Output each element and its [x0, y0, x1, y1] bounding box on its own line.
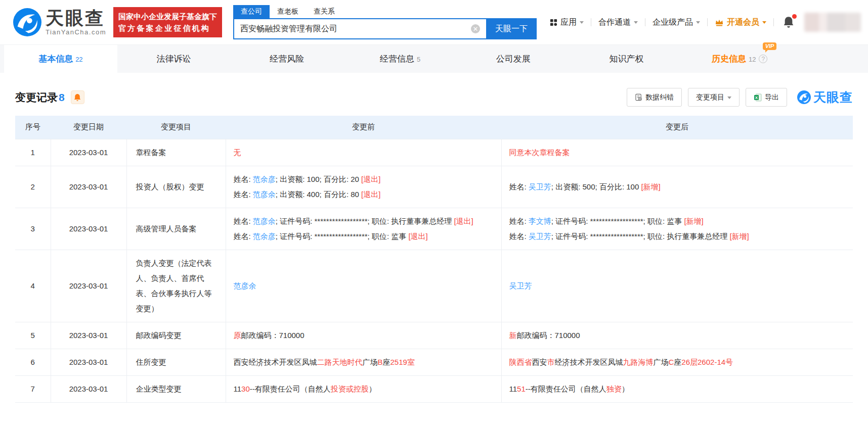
person-link[interactable]: 吴卫芳 — [529, 232, 551, 240]
cell-seq: 6 — [15, 349, 51, 375]
cell-change-item: 住所变更 — [126, 349, 226, 375]
chevron-down-icon — [762, 21, 766, 26]
cell-text: 姓名: — [509, 232, 529, 240]
cell-change-item: 章程备案 — [126, 139, 226, 166]
cell-text: 11 — [509, 384, 517, 393]
changed-text: 无 — [234, 148, 241, 157]
company-tab-6[interactable]: 知识产权 — [570, 45, 683, 73]
table-row: 32023-03-01高级管理人员备案姓名: 范彦余; 证件号码: ******… — [15, 208, 853, 250]
nav-apps[interactable]: 应用 — [550, 17, 584, 28]
cell-line: 1151--有限责任公司（自然人独资） — [509, 381, 846, 397]
changed-text: 市 — [547, 358, 555, 366]
cell-after: 1151--有限责任公司（自然人独资） — [501, 375, 853, 402]
cell-text: 姓名: — [234, 217, 253, 225]
cell-text: 座 — [674, 358, 681, 366]
person-link[interactable]: 吴卫芳 — [509, 281, 532, 290]
person-link[interactable]: 吴卫芳 — [529, 182, 551, 191]
notification-bell-icon[interactable] — [783, 16, 794, 28]
search-tab-boss[interactable]: 查老板 — [270, 5, 306, 18]
section-count: 8 — [59, 91, 65, 104]
company-tab-1[interactable]: 基本信息22 — [4, 45, 117, 73]
cell-text: 姓名: — [509, 217, 529, 225]
changed-text: 2519室 — [390, 358, 415, 366]
change-record-table: 序号变更日期变更项目变更前变更后 12023-03-01章程备案无同意本次章程备… — [15, 116, 853, 403]
cell-line: 姓名: 范彦余; 证件号码: ******************; 职位: 执… — [234, 214, 494, 229]
divider — [591, 18, 591, 26]
person-link[interactable]: 范彦余 — [253, 190, 276, 199]
tab-count-badge: 12 — [749, 56, 756, 63]
company-tab-7[interactable]: 历史信息12VIP? — [683, 45, 796, 73]
changed-text: 新 — [509, 331, 517, 340]
cell-change-item: 投资人（股权）变更 — [126, 166, 226, 208]
column-header: 变更前 — [226, 116, 501, 139]
excel-icon: X — [754, 93, 762, 102]
cell-line: 陕西省西安市经济技术开发区凤城九路海博广场C座26层2602-14号 — [509, 355, 846, 370]
cell-before: 西安经济技术开发区凤城二路天地时代广场B座2519室 — [226, 349, 501, 375]
cell-seq: 3 — [15, 208, 51, 250]
changed-text: [退出] — [454, 217, 473, 225]
data-correction-button[interactable]: 数据纠错 — [627, 88, 682, 107]
tianyancha-logo[interactable]: 天眼查 TianYanCha.com — [13, 8, 106, 36]
search-input[interactable] — [233, 18, 486, 39]
table-row: 62023-03-01住所变更西安经济技术开发区凤城二路天地时代广场B座2519… — [15, 349, 853, 375]
subscribe-bell-icon[interactable] — [71, 90, 84, 104]
cell-text: 西安经济技术开发区凤城 — [234, 358, 317, 366]
person-link[interactable]: 范彦余 — [253, 217, 276, 225]
cell-change-item: 负责人变更（法定代表人、负责人、首席代表、合伙事务执行人等变更） — [126, 250, 226, 322]
nav-apps-label: 应用 — [560, 17, 577, 28]
cell-line: 姓名: 吴卫芳; 出资额: 500; 百分比: 100 [新增] — [509, 179, 846, 195]
company-tab-5[interactable]: 公司发展 — [457, 45, 570, 73]
cell-after: 新邮政编码：710000 — [501, 322, 853, 349]
cell-line: 吴卫芳 — [509, 278, 846, 294]
search-button[interactable]: 天眼一下 — [486, 18, 537, 39]
change-item-filter-button[interactable]: 变更项目 — [688, 88, 740, 107]
apps-grid-icon — [550, 19, 557, 26]
export-button[interactable]: X 导出 — [746, 88, 787, 107]
person-link[interactable]: 李文博 — [529, 217, 551, 225]
nav-partner-channel[interactable]: 合作通道 — [598, 17, 638, 28]
nav-open-vip[interactable]: 开通会员 — [715, 17, 766, 28]
tab-label: 历史信息 — [712, 53, 746, 65]
company-tab-2[interactable]: 法律诉讼 — [117, 45, 231, 73]
cell-text: ; 证件号码: ******************; 职位: 监事 — [551, 217, 684, 225]
top-header: 天眼查 TianYanCha.com 国家中小企业发展子基金旗下 官方备案企业征… — [0, 0, 868, 44]
changed-text: [退出] — [408, 232, 427, 240]
column-header: 变更日期 — [51, 116, 126, 139]
changed-text: [新增] — [684, 217, 703, 225]
table-row: 72023-03-01企业类型变更1130--有限责任公司（自然人投资或控股）1… — [15, 375, 853, 402]
search-tab-company[interactable]: 查公司 — [233, 5, 270, 18]
cell-line: 姓名: 范余彦; 证件号码: ******************; 职位: 监… — [234, 229, 494, 244]
cell-text: 座 — [383, 358, 390, 366]
company-tab-3[interactable]: 经营风险 — [230, 45, 343, 73]
company-tab-4[interactable]: 经营信息5 — [343, 45, 457, 73]
change-item-filter-label: 变更项目 — [696, 93, 724, 102]
column-header: 变更后 — [501, 116, 853, 139]
tab-label: 基本信息 — [38, 53, 73, 65]
person-link[interactable]: 范余彦 — [253, 232, 276, 240]
cell-line: 姓名: 范彦余; 出资额: 400; 百分比: 80 [退出] — [234, 187, 494, 202]
cell-text: ; 证件号码: ******************; 职位: 监事 — [276, 232, 409, 240]
changed-text: [退出] — [361, 190, 380, 199]
changed-text: 26层2602-14号 — [681, 358, 733, 366]
person-link[interactable]: 范余彦 — [253, 175, 276, 183]
nav-enterprise-products[interactable]: 企业级产品 — [653, 17, 700, 28]
help-icon[interactable]: ? — [759, 55, 767, 63]
cell-line: 姓名: 李文博; 证件号码: ******************; 职位: 监… — [509, 214, 846, 229]
cell-date: 2023-03-01 — [51, 250, 126, 322]
chevron-down-icon — [634, 21, 638, 26]
cell-text: ; 出资额: 500; 百分比: 100 — [551, 182, 641, 191]
person-link[interactable]: 范彦余 — [234, 281, 256, 290]
section-title: 变更记录 — [15, 90, 58, 105]
certification-line-1: 国家中小企业发展子基金旗下 — [118, 11, 217, 22]
watermark-logo: 天眼查 — [797, 89, 853, 106]
cell-before: 范彦余 — [226, 250, 501, 322]
changed-text: 30 — [241, 384, 250, 393]
top-nav: 应用 合作通道 企业级产品 开通会员 — [550, 13, 861, 32]
user-area-blurred[interactable] — [804, 13, 861, 32]
nav-vip-label: 开通会员 — [727, 17, 759, 28]
certification-badge: 国家中小企业发展子基金旗下 官方备案企业征信机构 — [113, 7, 222, 37]
search-tab-relation[interactable]: 查关系 — [306, 5, 342, 18]
section-header: 变更记录 8 数据纠错 变更项目 X 导出 天眼查 — [15, 88, 853, 107]
nav-enterprise-label: 企业级产品 — [653, 17, 693, 28]
clear-search-icon[interactable]: ✕ — [471, 24, 480, 33]
